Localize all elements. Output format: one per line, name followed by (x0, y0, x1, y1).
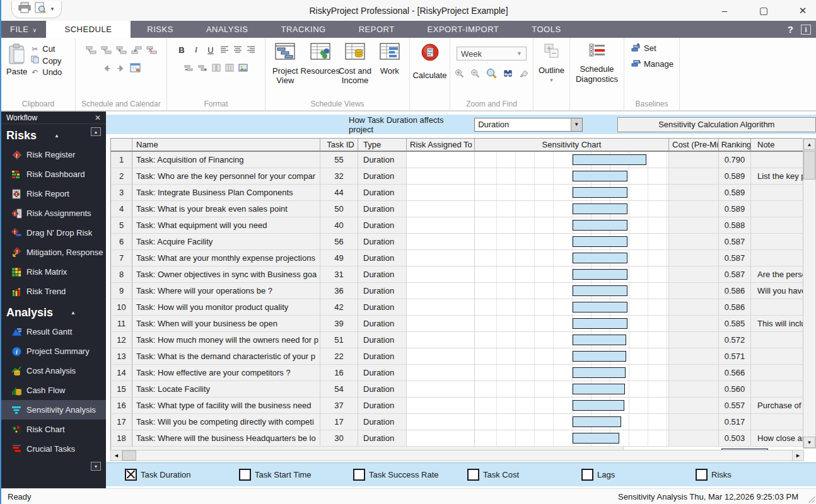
zoom-out-icon[interactable] (470, 69, 481, 81)
table-row[interactable]: 9Task: Where will your operations be ?36… (111, 283, 804, 299)
sidebar-item-mitigation-response[interactable]: !Mitigation, Response (1, 243, 106, 262)
insert-image-icon[interactable] (238, 63, 248, 74)
checkbox-lags[interactable]: Lags (581, 469, 615, 481)
qat-dropdown-icon[interactable]: ▼ (50, 6, 55, 12)
minimize-button[interactable]: – (718, 5, 731, 16)
scroll-left-icon[interactable]: ◄ (111, 450, 122, 461)
project-view-button[interactable]: Project View (268, 43, 303, 99)
vertical-scrollbar[interactable]: ▲ ▼ (803, 138, 816, 449)
unlink-tasks-icon[interactable] (101, 45, 112, 57)
checkbox-task-success-rate[interactable]: Task Success Rate (353, 469, 439, 481)
unchecked-checkbox-icon[interactable] (581, 469, 593, 481)
forward-arrow-icon[interactable] (116, 64, 125, 75)
cost-income-button[interactable]: Cost and Income (338, 43, 373, 99)
schedule-diagnostics-button[interactable]: Schedule Diagnostics (570, 38, 624, 110)
checkbox-risks[interactable]: Risks (696, 469, 731, 481)
align-right-icon[interactable] (247, 44, 255, 55)
italic-button[interactable]: I (191, 45, 201, 55)
column-header-task-id[interactable]: Task ID (320, 139, 358, 151)
sidebar-item-risk-chart[interactable]: Risk Chart (1, 420, 106, 439)
sidebar-item-risk-register[interactable]: !Risk Register (1, 145, 106, 164)
tab-analysis[interactable]: ANALYSIS (190, 21, 265, 38)
checkbox-task-start-time[interactable]: Task Start Time (239, 469, 312, 481)
resize-grip-icon[interactable] (808, 496, 815, 503)
indent-right-icon[interactable] (198, 63, 207, 74)
column-header-note[interactable]: Note (751, 139, 804, 151)
sidebar-item-drag-n-drop-risk[interactable]: !Drag N' Drop Risk (1, 223, 106, 243)
tab-report[interactable]: REPORT (342, 21, 411, 38)
bold-button[interactable]: B (177, 45, 187, 55)
sidebar-item-risk-report[interactable]: !Risk Report (1, 184, 106, 203)
sidebar-item-crucial-tasks[interactable]: Crucial Tasks (1, 439, 106, 459)
unchecked-checkbox-icon[interactable] (239, 469, 251, 481)
scroll-up-icon[interactable]: ▲ (803, 139, 815, 150)
find-icon[interactable] (503, 69, 513, 81)
table-row[interactable]: 7Task: What are your monthly expense pro… (111, 250, 804, 266)
column-header-name[interactable]: Name (132, 139, 320, 151)
unchecked-checkbox-icon[interactable] (696, 469, 708, 481)
zoom-in-icon[interactable] (455, 69, 465, 81)
table-row[interactable]: 8Task: Owner objectives in sync with Bus… (111, 266, 804, 283)
calendar-icon[interactable] (130, 63, 141, 75)
checked-checkbox-icon[interactable] (125, 469, 137, 481)
sensitivity-algorithm-button[interactable]: Sensitivity Calculation Algorithm (617, 117, 816, 132)
maximize-button[interactable]: ▢ (757, 5, 771, 16)
column-header-row-number[interactable] (111, 139, 132, 151)
calculate-icon[interactable] (421, 43, 440, 64)
table-row[interactable]: 15Task: Locate Facility54Duration0.560 (111, 381, 804, 398)
metric-select[interactable]: Duration ▼ (474, 118, 583, 132)
sidebar-item-risk-trend[interactable]: Risk Trend (1, 282, 106, 301)
resources-button[interactable]: Resources (303, 43, 338, 99)
calculate-label[interactable]: Calculate (412, 71, 446, 80)
unchecked-checkbox-icon[interactable] (467, 469, 479, 481)
tab-export-import[interactable]: EXPORT-IMPORT (411, 21, 516, 38)
table-row[interactable]: 11Task: When will your business be open3… (111, 316, 804, 332)
delete-link-icon[interactable] (146, 45, 157, 57)
print-preview-icon[interactable] (35, 2, 46, 16)
table-row[interactable]: 6Task: Acquire Facility56Duration0.587 (111, 234, 804, 250)
column-header-ranking[interactable]: Ranking (719, 139, 751, 151)
table-row[interactable]: 14Task: How effective are your competito… (111, 365, 804, 381)
sidebar-item-project-summary[interactable]: iProject Summary (1, 341, 106, 361)
info-icon[interactable]: i (801, 25, 811, 35)
close-button[interactable]: ✕ (796, 5, 810, 16)
column-header-cost-pre-mi[interactable]: Cost (Pre-Mi (669, 139, 719, 151)
tab-tools[interactable]: TOOLS (515, 21, 577, 38)
print-icon[interactable] (18, 2, 31, 16)
table-row[interactable]: 16Task: What type of facility will the b… (111, 398, 804, 414)
indent-task-icon[interactable] (116, 45, 127, 57)
align-center-icon[interactable] (233, 44, 242, 55)
period-select[interactable]: Week ▼ (457, 47, 527, 60)
tab-schedule[interactable]: SCHEDULE (46, 21, 131, 38)
checkbox-task-duration[interactable]: Task Duration (125, 469, 190, 481)
tab-file[interactable]: FILE∨ (1, 21, 46, 38)
checkbox-task-cost[interactable]: Task Cost (467, 469, 519, 481)
sidebar-item-cash-flow[interactable]: Cash Flow (1, 381, 106, 400)
set-baseline-button[interactable]: Set (631, 43, 679, 54)
sidebar-scroll-down-button[interactable]: ▼ (91, 462, 101, 471)
table-row[interactable]: 3Task: Integrate Business Plan Component… (111, 185, 804, 201)
align-left-icon[interactable] (220, 44, 229, 55)
clear-icon[interactable] (519, 69, 529, 80)
hide-column-icon[interactable] (212, 63, 221, 74)
work-button[interactable]: Work (372, 43, 407, 99)
sidebar-item-risk-dashboard[interactable]: Risk Dashboard (1, 164, 106, 184)
link-tasks-icon[interactable] (86, 45, 96, 57)
tab-risks[interactable]: RISKS (131, 21, 190, 38)
tab-tracking[interactable]: TRACKING (265, 21, 342, 38)
column-header-sensitivity-chart[interactable]: Sensitivity Chart (475, 139, 669, 151)
sidebar-item-result-gantt[interactable]: Result Gantt (1, 322, 106, 341)
horizontal-scroll-thumb[interactable] (122, 450, 136, 461)
table-row[interactable]: 4Task: What is your break even sales poi… (111, 201, 804, 217)
close-icon[interactable]: ✕ (95, 113, 101, 122)
sidebar-item-cost-analysis[interactable]: Cost Analysis (1, 361, 106, 381)
sidebar-item-sensitivity-analysis[interactable]: Sensitivity Analysis (1, 400, 106, 420)
manage-baselines-button[interactable]: Manage (631, 59, 679, 69)
indent-left-icon[interactable] (184, 63, 194, 74)
zoom-icon[interactable] (486, 68, 497, 81)
sidebar-item-risk-matrix[interactable]: Risk Matrix (1, 262, 106, 282)
table-row[interactable]: 5Task: What equipment will you need40Dur… (111, 217, 804, 234)
column-header-risk-assigned-to[interactable]: Risk Assigned To (407, 139, 475, 151)
table-row[interactable]: 17Task: Will you be competing directly w… (111, 414, 804, 430)
table-row[interactable]: 12Task: How much money will the owners n… (111, 332, 804, 348)
